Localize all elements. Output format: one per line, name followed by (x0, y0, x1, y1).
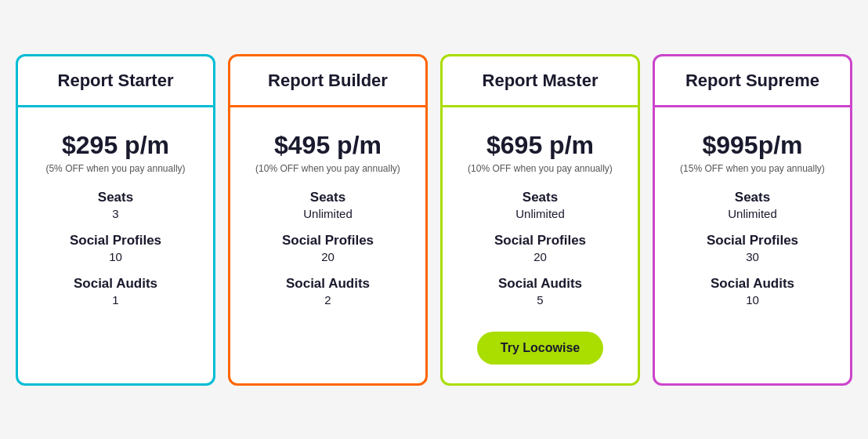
card-header-builder: Report Builder (230, 56, 425, 107)
card-header-starter: Report Starter (18, 56, 213, 107)
profiles-block-builder: Social Profiles 20 (282, 233, 374, 263)
audits-block-starter: Social Audits 1 (74, 276, 157, 307)
try-locowise-button[interactable]: Try Locowise (477, 332, 603, 365)
audits-label-builder: Social Audits (286, 276, 370, 292)
plan-price-supreme: $995p/m (702, 131, 802, 160)
profiles-value-starter: 10 (70, 250, 161, 263)
seats-block-master: Seats Unlimited (515, 190, 565, 220)
pricing-card-supreme: Report Supreme $995p/m (15% OFF when you… (653, 54, 852, 386)
plan-title-master: Report Master (483, 71, 599, 90)
profiles-block-supreme: Social Profiles 30 (707, 233, 798, 263)
audits-value-starter: 1 (74, 293, 157, 307)
try-button-wrapper-master: Try Locowise (477, 319, 603, 365)
seats-label-builder: Seats (303, 190, 353, 205)
card-body-supreme: $995p/m (15% OFF when you pay annually) … (655, 107, 850, 383)
plan-title-starter: Report Starter (58, 71, 174, 90)
audits-label-starter: Social Audits (74, 276, 157, 292)
plan-price-note-supreme: (15% OFF when you pay annually) (680, 163, 825, 174)
card-body-master: $695 p/m (10% OFF when you pay annually)… (443, 107, 638, 383)
card-body-starter: $295 p/m (5% OFF when you pay annually) … (18, 107, 213, 383)
card-body-builder: $495 p/m (10% OFF when you pay annually)… (230, 107, 425, 383)
seats-value-builder: Unlimited (303, 207, 353, 220)
plan-price-builder: $495 p/m (274, 131, 382, 160)
audits-value-master: 5 (498, 293, 582, 307)
profiles-value-master: 20 (494, 250, 586, 263)
profiles-label-starter: Social Profiles (70, 233, 161, 249)
card-header-supreme: Report Supreme (655, 56, 850, 107)
seats-value-supreme: Unlimited (728, 207, 777, 220)
plan-price-note-starter: (5% OFF when you pay annually) (45, 163, 185, 174)
plan-price-note-master: (10% OFF when you pay annually) (468, 163, 613, 174)
audits-block-master: Social Audits 5 (498, 276, 582, 307)
seats-block-starter: Seats 3 (98, 190, 133, 220)
profiles-label-builder: Social Profiles (282, 233, 374, 249)
profiles-label-supreme: Social Profiles (707, 233, 798, 249)
seats-label-master: Seats (515, 190, 565, 205)
seats-block-builder: Seats Unlimited (303, 190, 353, 220)
seats-label-supreme: Seats (728, 190, 777, 205)
profiles-block-starter: Social Profiles 10 (70, 233, 161, 263)
audits-block-builder: Social Audits 2 (286, 276, 370, 307)
plan-title-supreme: Report Supreme (685, 71, 819, 90)
pricing-container: Report Starter $295 p/m (5% OFF when you… (16, 54, 852, 386)
seats-label-starter: Seats (98, 190, 133, 205)
card-header-master: Report Master (443, 56, 638, 107)
profiles-label-master: Social Profiles (494, 233, 586, 249)
plan-price-note-builder: (10% OFF when you pay annually) (255, 163, 400, 174)
plan-price-master: $695 p/m (486, 131, 594, 160)
audits-value-supreme: 10 (711, 293, 794, 307)
plan-title-builder: Report Builder (268, 71, 388, 90)
profiles-value-builder: 20 (282, 250, 374, 263)
audits-label-supreme: Social Audits (711, 276, 794, 292)
plan-price-starter: $295 p/m (62, 131, 169, 160)
pricing-card-builder: Report Builder $495 p/m (10% OFF when yo… (228, 54, 428, 386)
seats-block-supreme: Seats Unlimited (728, 190, 777, 220)
audits-value-builder: 2 (286, 293, 370, 307)
profiles-value-supreme: 30 (707, 250, 798, 263)
seats-value-starter: 3 (98, 207, 133, 220)
profiles-block-master: Social Profiles 20 (494, 233, 586, 263)
seats-value-master: Unlimited (515, 207, 565, 220)
audits-block-supreme: Social Audits 10 (711, 276, 794, 307)
audits-label-master: Social Audits (498, 276, 582, 292)
pricing-card-starter: Report Starter $295 p/m (5% OFF when you… (16, 54, 215, 386)
pricing-card-master: Report Master $695 p/m (10% OFF when you… (440, 54, 640, 386)
